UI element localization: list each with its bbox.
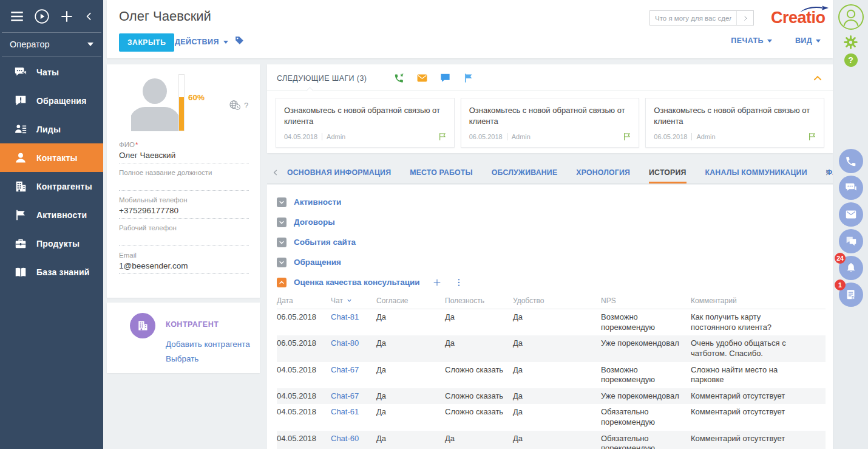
history-section[interactable]: Договоры bbox=[277, 212, 826, 232]
rail-tasks-icon[interactable]: 1 bbox=[839, 283, 863, 307]
rail-messages-icon[interactable] bbox=[839, 229, 863, 253]
column-header[interactable]: NPS bbox=[601, 295, 691, 309]
field-value[interactable]: +375296177780 bbox=[119, 204, 249, 219]
tab-active[interactable]: ИСТОРИЯ bbox=[649, 168, 686, 183]
sidebar-item-contacts[interactable]: Контакты bbox=[0, 143, 103, 172]
run-process-icon[interactable] bbox=[34, 9, 50, 24]
sidebar-item-accounts[interactable]: Контрагенты bbox=[0, 172, 103, 201]
table-row[interactable]: 04.05.2018Chat-60ДаДаДаОбязательно порек… bbox=[277, 431, 826, 449]
profile-field[interactable]: Полное название должности bbox=[119, 169, 249, 191]
section-label[interactable]: Договоры bbox=[294, 218, 335, 227]
rail-chat-icon[interactable] bbox=[839, 176, 863, 200]
table-cell: 06.05.2018 bbox=[277, 309, 331, 336]
column-header[interactable]: Комментарий bbox=[691, 295, 826, 309]
expand-section-icon[interactable] bbox=[277, 238, 287, 247]
section-label[interactable]: Активности bbox=[294, 197, 341, 207]
chat-link[interactable]: Chat-80 bbox=[331, 338, 359, 348]
chat-link[interactable]: Chat-67 bbox=[331, 365, 359, 374]
collapse-sidebar-icon[interactable] bbox=[84, 11, 95, 22]
field-value[interactable] bbox=[119, 176, 249, 191]
table-row[interactable]: 06.05.2018Chat-80ДаДаДаУже порекомендова… bbox=[277, 335, 826, 362]
history-section[interactable]: События сайта bbox=[277, 232, 826, 252]
next-step-card[interactable]: Ознакомьтесь с новой обратной связью от … bbox=[461, 98, 640, 148]
history-section[interactable]: Активности bbox=[277, 192, 826, 212]
section-label[interactable]: События сайта bbox=[294, 238, 356, 247]
field-value[interactable]: Олег Чаевский bbox=[119, 148, 249, 163]
close-button[interactable]: ЗАКРЫТЬ bbox=[119, 33, 174, 52]
section-label[interactable]: Обращения bbox=[294, 258, 341, 267]
tab-item[interactable]: ХРОНОЛОГИЯ bbox=[576, 168, 630, 183]
assistant-submit-icon[interactable] bbox=[736, 11, 753, 25]
section-menu-icon[interactable] bbox=[454, 278, 464, 287]
complete-flag-icon[interactable] bbox=[622, 132, 632, 142]
table-row[interactable]: 04.05.2018Chat-61ДаСложно сказатьДаОбяза… bbox=[277, 404, 826, 430]
settings-gear-icon[interactable] bbox=[843, 34, 859, 50]
assistant-input[interactable] bbox=[650, 11, 736, 25]
menu-icon[interactable] bbox=[9, 9, 25, 24]
print-button[interactable]: ПЕЧАТЬ bbox=[731, 36, 772, 45]
flag-icon[interactable] bbox=[463, 72, 474, 84]
expand-section-icon[interactable] bbox=[277, 218, 287, 227]
expand-section-icon[interactable] bbox=[277, 197, 287, 207]
account-link[interactable]: Выбрать bbox=[166, 354, 250, 363]
profile-field[interactable]: ФИО*Олег Чаевский bbox=[119, 141, 249, 163]
add-record-icon[interactable] bbox=[432, 278, 442, 287]
tabs-scroll-right-icon[interactable] bbox=[823, 168, 832, 177]
table-row[interactable]: 04.05.2018Chat-67ДаСложно сказатьДаУже п… bbox=[277, 388, 826, 405]
profile-field[interactable]: Email1@beesender.com bbox=[119, 252, 249, 274]
sidebar-item-knowledge[interactable]: База знаний bbox=[0, 258, 103, 286]
table-row[interactable]: 06.05.2018Chat-81ДаДаДаВозможно порекоме… bbox=[277, 309, 826, 336]
rail-email-icon[interactable] bbox=[839, 202, 863, 227]
chat-link[interactable]: Chat-60 bbox=[331, 434, 359, 443]
collapse-section-icon[interactable] bbox=[277, 278, 287, 287]
profile-field[interactable]: Мобильный телефон+375296177780 bbox=[119, 196, 249, 219]
add-record-icon[interactable] bbox=[59, 9, 75, 24]
sidebar-item-chats[interactable]: Чаты bbox=[0, 58, 103, 86]
tab-item[interactable]: МЕСТО РАБОТЫ bbox=[410, 168, 473, 183]
actions-button[interactable]: ДЕЙСТВИЯ bbox=[175, 38, 228, 46]
chat-link[interactable]: Chat-81 bbox=[331, 312, 359, 321]
chat-link[interactable]: Chat-67 bbox=[331, 391, 359, 400]
step-owner: Admin bbox=[327, 133, 345, 140]
tab-item[interactable]: ОБСЛУЖИВАНИЕ bbox=[492, 168, 558, 183]
profile-field[interactable]: Рабочий телефон bbox=[119, 224, 249, 246]
column-header[interactable]: Полезность bbox=[445, 295, 513, 309]
history-section[interactable]: Обращения bbox=[277, 252, 826, 272]
view-button[interactable]: ВИД bbox=[795, 36, 821, 45]
chat-icon[interactable] bbox=[439, 72, 451, 84]
cell-value: Да bbox=[376, 312, 386, 321]
help-icon[interactable]: ? bbox=[844, 53, 858, 67]
history-section[interactable]: Оценка качества консультации bbox=[277, 272, 826, 292]
table-row[interactable]: 04.05.2018Chat-67ДаСложно сказатьДаВозмо… bbox=[277, 362, 826, 388]
rail-bell-icon[interactable]: 24 bbox=[839, 256, 863, 280]
column-header[interactable]: Чат bbox=[331, 295, 376, 309]
collapse-panel-icon[interactable] bbox=[812, 73, 823, 84]
section-label[interactable]: Оценка качества консультации bbox=[294, 278, 420, 287]
user-profile-icon[interactable] bbox=[838, 4, 864, 30]
column-header[interactable]: Согласие bbox=[376, 295, 445, 309]
column-header[interactable]: Дата bbox=[277, 295, 331, 309]
expand-section-icon[interactable] bbox=[277, 258, 287, 267]
tab-item[interactable]: КАНАЛЫ КОММУНИКАЦИИ bbox=[705, 168, 807, 183]
complete-flag-icon[interactable] bbox=[438, 132, 447, 142]
complete-flag-icon[interactable] bbox=[807, 132, 817, 142]
rail-phone-icon[interactable] bbox=[839, 149, 863, 173]
email-icon[interactable] bbox=[416, 72, 428, 84]
call-icon[interactable] bbox=[393, 72, 405, 84]
column-header[interactable]: Удобство bbox=[513, 295, 601, 309]
chat-link[interactable]: Chat-61 bbox=[331, 407, 359, 416]
tabs-scroll-left-icon[interactable] bbox=[271, 168, 280, 177]
sidebar-item-products[interactable]: Продукты bbox=[0, 229, 103, 258]
field-value[interactable]: 1@beesender.com bbox=[119, 259, 249, 274]
workspace-selector[interactable]: Оператор bbox=[0, 33, 103, 56]
next-step-card[interactable]: Ознакомьтесь с новой обратной связью от … bbox=[645, 98, 824, 148]
tag-icon[interactable] bbox=[234, 35, 245, 46]
avatar[interactable] bbox=[131, 74, 178, 131]
field-value[interactable] bbox=[119, 231, 249, 246]
sidebar-item-activities[interactable]: Активности bbox=[0, 201, 103, 229]
tab-item[interactable]: ОСНОВНАЯ ИНФОРМАЦИЯ bbox=[287, 168, 391, 183]
next-step-card[interactable]: Ознакомьтесь с новой обратной связью от … bbox=[276, 98, 455, 148]
account-link[interactable]: Добавить контрагента bbox=[166, 340, 250, 349]
sidebar-item-cases[interactable]: Обращения bbox=[0, 86, 103, 115]
sidebar-item-leads[interactable]: Лиды bbox=[0, 115, 103, 143]
